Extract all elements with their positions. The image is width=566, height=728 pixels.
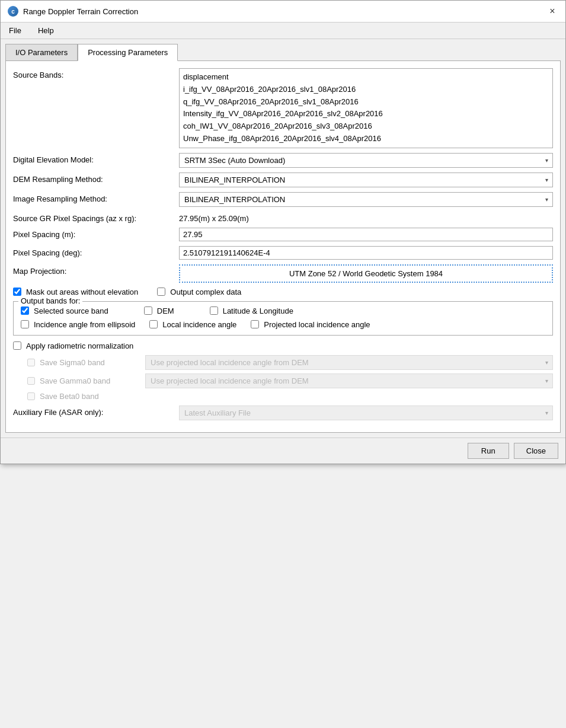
map-projection-control: UTM Zone 52 / World Geodetic System 1984 [179, 264, 553, 283]
sigma0-row: Save Sigma0 band Use projected local inc… [27, 355, 553, 370]
run-button[interactable]: Run [468, 443, 509, 459]
output-bands-group: Output bands for: Selected source band D… [13, 301, 553, 336]
pixel-spacing-deg-input[interactable] [179, 246, 553, 260]
pixel-spacing-m-label: Pixel Spacing (m): [13, 228, 179, 239]
local-incidence-label[interactable]: Local incidence angle [162, 320, 236, 329]
source-bands-row: Source Bands: displacement i_ifg_VV_08Ap… [13, 68, 553, 148]
main-window: c Range Doppler Terrain Correction × Fil… [0, 0, 566, 464]
output-complex-label[interactable]: Output complex data [170, 288, 241, 296]
output-bands-title: Output bands for: [18, 296, 82, 305]
title-bar-left: c Range Doppler Terrain Correction [8, 6, 138, 17]
gamma0-select: Use projected local incidence angle from… [145, 373, 553, 388]
tabs-bar: I/O Parameters Processing Parameters [1, 39, 565, 60]
menu-file[interactable]: File [5, 25, 25, 36]
pixel-spacing-m-input[interactable] [179, 228, 553, 241]
list-item: Intensity_ifg_VV_08Apr2016_20Apr2016_slv… [182, 108, 550, 120]
selected-source-checkbox[interactable] [21, 306, 29, 315]
source-bands-control: displacement i_ifg_VV_08Apr2016_20Apr201… [179, 68, 553, 148]
local-incidence-checkbox[interactable] [149, 320, 158, 328]
sigma0-select-wrapper: Use projected local incidence angle from… [145, 355, 553, 370]
image-resampling-row: Image Resampling Method: BILINEAR_INTERP… [13, 192, 553, 207]
dem-resampling-label: DEM Resampling Method: [13, 173, 179, 184]
pixel-spacing-m-control [179, 228, 553, 241]
dem-resampling-select-wrapper: BILINEAR_INTERPOLATION NEAREST_NEIGHBOUR… [179, 173, 553, 187]
apply-radiometric-checkbox[interactable] [13, 341, 21, 350]
window-close-button[interactable]: × [546, 5, 558, 17]
save-sigma0-label: Save Sigma0 band [40, 358, 140, 367]
auxiliary-select-wrapper: Latest Auxiliary File Product Auxiliary … [179, 405, 553, 420]
output-bands-inner: Selected source band DEM Latitude & Long… [21, 306, 545, 329]
lat-lon-label[interactable]: Latitude & Longitude [223, 306, 293, 315]
output-complex-checkbox[interactable] [157, 288, 165, 296]
lat-lon-checkbox[interactable] [210, 306, 218, 315]
list-item: displacement [182, 71, 550, 84]
pixel-spacing-deg-control [179, 246, 553, 260]
menu-help[interactable]: Help [34, 25, 57, 36]
image-resampling-select[interactable]: BILINEAR_INTERPOLATION NEAREST_NEIGHBOUR… [179, 192, 553, 207]
sigma0-select: Use projected local incidence angle from… [145, 355, 553, 370]
dem-band-row: DEM [144, 306, 174, 315]
source-bands-listbox[interactable]: displacement i_ifg_VV_08Apr2016_20Apr201… [179, 68, 553, 148]
window-title: Range Doppler Terrain Correction [23, 7, 138, 16]
projected-local-checkbox[interactable] [251, 320, 259, 328]
dem-band-checkbox[interactable] [144, 306, 152, 315]
selected-source-band-row: Selected source band [21, 306, 108, 315]
dem-resampling-select[interactable]: BILINEAR_INTERPOLATION NEAREST_NEIGHBOUR… [179, 173, 553, 187]
save-beta0-label: Save Beta0 band [40, 392, 140, 401]
tab-processing-parameters[interactable]: Processing Parameters [78, 44, 178, 61]
save-gamma0-label: Save Gamma0 band [40, 376, 140, 385]
mask-checkbox[interactable] [13, 288, 21, 296]
mask-label[interactable]: Mask out areas without elevation [26, 288, 138, 296]
projected-local-label[interactable]: Projected local incidence angle [264, 320, 370, 329]
dem-select-wrapper: SRTM 3Sec (Auto Download) SRTM 1Sec (Aut… [179, 153, 553, 168]
image-resampling-select-wrapper: BILINEAR_INTERPOLATION NEAREST_NEIGHBOUR… [179, 192, 553, 207]
dem-row: Digital Elevation Model: SRTM 3Sec (Auto… [13, 153, 553, 168]
apply-radiometric-label[interactable]: Apply radiometric normalization [26, 341, 133, 350]
content-area: Source Bands: displacement i_ifg_VV_08Ap… [5, 60, 561, 433]
dem-band-label[interactable]: DEM [157, 306, 174, 315]
gamma0-select-wrapper: Use projected local incidence angle from… [145, 373, 553, 388]
incidence-ellipsoid-row: Incidence angle from ellipsoid [21, 320, 135, 329]
title-bar: c Range Doppler Terrain Correction × [1, 1, 565, 23]
pixel-spacing-m-row: Pixel Spacing (m): [13, 228, 553, 241]
auxiliary-row: Auxiliary File (ASAR only): Latest Auxil… [13, 405, 553, 420]
source-gr-label: Source GR Pixel Spacings (az x rg): [13, 212, 179, 223]
save-gamma0-checkbox[interactable] [27, 377, 35, 385]
gamma0-row: Save Gamma0 band Use projected local inc… [27, 373, 553, 388]
bottom-bar: Run Close [1, 438, 565, 464]
list-item: Unw_Phase_ifg_08Apr2016_20Apr2016_slv4_0… [182, 133, 550, 145]
list-item: i_ifg_VV_08Apr2016_20Apr2016_slv1_08Apr2… [182, 84, 550, 96]
mask-row: Mask out areas without elevation Output … [13, 288, 553, 296]
save-sigma0-checkbox[interactable] [27, 359, 35, 366]
map-projection-button[interactable]: UTM Zone 52 / World Geodetic System 1984 [179, 264, 553, 283]
tab-io-parameters[interactable]: I/O Parameters [5, 44, 78, 60]
beta0-row: Save Beta0 band [27, 392, 553, 401]
list-item: coh_IW1_VV_08Apr2016_20Apr2016_slv3_08Ap… [182, 120, 550, 133]
list-item: q_ifg_VV_08Apr2016_20Apr2016_slv1_08Apr2… [182, 96, 550, 108]
source-gr-value: 27.95(m) x 25.09(m) [179, 212, 249, 223]
incidence-ellipsoid-label[interactable]: Incidence angle from ellipsoid [34, 320, 135, 329]
incidence-ellipsoid-checkbox[interactable] [21, 320, 29, 328]
output-bands-row1: Selected source band DEM Latitude & Long… [21, 306, 545, 315]
lat-lon-row: Latitude & Longitude [210, 306, 293, 315]
apply-radiometric-row: Apply radiometric normalization [13, 341, 553, 350]
dem-label: Digital Elevation Model: [13, 153, 179, 164]
pixel-spacing-deg-label: Pixel Spacing (deg): [13, 246, 179, 257]
dem-resampling-row: DEM Resampling Method: BILINEAR_INTERPOL… [13, 173, 553, 187]
menu-bar: File Help [1, 23, 565, 39]
source-bands-label: Source Bands: [13, 68, 179, 79]
radiometric-section: Apply radiometric normalization Save Sig… [13, 341, 553, 401]
local-incidence-row: Local incidence angle [149, 320, 236, 329]
map-projection-row: Map Projection: UTM Zone 52 / World Geod… [13, 264, 553, 283]
map-projection-label: Map Projection: [13, 264, 179, 276]
auxiliary-select: Latest Auxiliary File Product Auxiliary … [179, 405, 553, 420]
close-button[interactable]: Close [514, 443, 558, 459]
output-bands-row2: Incidence angle from ellipsoid Local inc… [21, 320, 545, 329]
dem-select[interactable]: SRTM 3Sec (Auto Download) SRTM 1Sec (Aut… [179, 153, 553, 168]
pixel-spacing-deg-row: Pixel Spacing (deg): [13, 246, 553, 260]
source-gr-row: Source GR Pixel Spacings (az x rg): 27.9… [13, 212, 553, 223]
selected-source-label[interactable]: Selected source band [34, 306, 108, 315]
save-beta0-checkbox[interactable] [27, 392, 35, 400]
image-resampling-label: Image Resampling Method: [13, 192, 179, 203]
projected-local-row: Projected local incidence angle [251, 320, 370, 329]
